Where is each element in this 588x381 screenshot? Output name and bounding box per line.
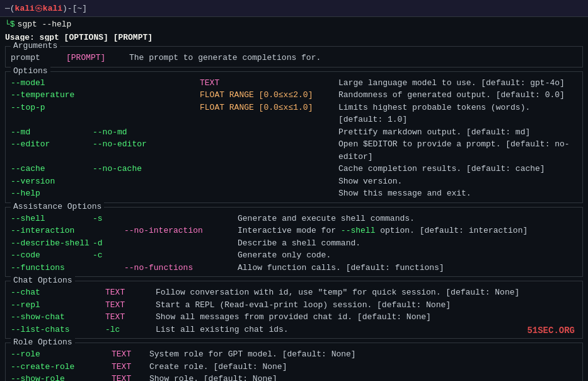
ass-code-short: -c xyxy=(93,249,124,262)
opt-editor-row: --editor --no-editor Open $EDITOR to pro… xyxy=(11,138,577,163)
options-content: --model TEXT Large language model to use… xyxy=(11,77,577,200)
opt-cache-desc: Cache completion results. [default: cach… xyxy=(338,163,577,175)
chat-chat-desc: Follow conversation with id, use "temp" … xyxy=(156,286,577,299)
chat-chat-type: TEXT xyxy=(105,286,156,299)
ass-code-row: --code -c Generate only code. xyxy=(11,249,577,262)
role-createrole-row: --create-role TEXT Create role. [default… xyxy=(11,361,577,373)
ass-code-flag: --code xyxy=(11,249,93,262)
role-role-desc: System role for GPT model. [default: Non… xyxy=(149,348,577,361)
chat-chat-row: --chat TEXT Follow conversation with id,… xyxy=(11,286,577,299)
opt-model-row: --model TEXT Large language model to use… xyxy=(11,77,577,90)
chat-title: Chat Options xyxy=(11,276,75,285)
role-showrole-flag: --show-role xyxy=(11,373,112,381)
arguments-section: Arguments prompt [PROMPT] The prompt to … xyxy=(5,46,583,67)
arg-prompt-row: prompt [PROMPT] The prompt to generate c… xyxy=(11,52,577,64)
ass-shell-row: --shell -s Generate and execute shell co… xyxy=(11,213,577,225)
arguments-content: prompt [PROMPT] The prompt to generate c… xyxy=(11,52,577,64)
ass-describe-row: --describe-shell -d Describe a shell com… xyxy=(11,237,577,250)
role-createrole-type: TEXT xyxy=(112,361,149,373)
role-createrole-flag: --create-role xyxy=(11,361,112,373)
ass-describe-desc: Describe a shell command. xyxy=(238,237,577,250)
ass-code-desc: Generate only code. xyxy=(238,249,577,262)
opt-cache-flag: --cache xyxy=(11,163,93,175)
ass-interaction-row: --interaction --no-interaction Interacti… xyxy=(11,225,577,237)
chat-showchat-row: --show-chat TEXT Show all messages from … xyxy=(11,311,577,324)
chat-listchats-desc: List all existing chat ids. xyxy=(156,324,577,336)
ass-nofunctions-flag: --no-functions xyxy=(124,262,238,274)
opt-help-desc: Show this message and exit. xyxy=(338,187,577,200)
opt-model-desc: Large language model to use. [default: g… xyxy=(338,77,577,90)
opt-cache-row: --cache --no-cache Cache completion resu… xyxy=(11,163,577,175)
content: └$ sgpt --help Usage: sgpt [OPTIONS] [PR… xyxy=(0,17,588,381)
arg-prompt-desc: The prompt to generate completions for. xyxy=(129,52,321,64)
ass-shell-flag: --shell xyxy=(11,213,93,225)
chat-repl-type: TEXT xyxy=(105,299,156,312)
opt-model-type: TEXT xyxy=(200,77,338,90)
opt-topp-flag: --top-p xyxy=(11,102,93,114)
role-section: Role Options --role TEXT System role for… xyxy=(5,343,583,381)
opt-topp-desc: Limits highest probable tokens (words). … xyxy=(338,102,577,126)
role-content: --role TEXT System role for GPT model. [… xyxy=(11,348,577,381)
opt-help-row: --help Show this message and exit. xyxy=(11,187,577,200)
chat-content: --chat TEXT Follow conversation with id,… xyxy=(11,286,577,336)
assistance-section: Assistance Options --shell -s Generate a… xyxy=(5,207,583,278)
ass-describe-short: -d xyxy=(93,237,124,250)
arg-prompt-name: prompt xyxy=(11,52,61,64)
opt-temperature-flag: --temperature xyxy=(11,89,93,102)
role-role-flag: --role xyxy=(11,348,112,361)
title-dash: ─( xyxy=(5,4,15,13)
assistance-content: --shell -s Generate and execute shell co… xyxy=(11,213,577,274)
prompt-line: └$ sgpt --help xyxy=(5,20,583,29)
title-bar: ─(kali㉿kali)-[~] xyxy=(0,0,588,17)
chat-listchats-flag: --list-chats xyxy=(11,324,105,336)
chat-repl-flag: --repl xyxy=(11,299,105,312)
opt-temperature-desc: Randomness of generated output. [default… xyxy=(338,89,577,102)
opt-topp-row: --top-p FLOAT RANGE [0.0≤x≤1.0] Limits h… xyxy=(11,102,577,126)
role-role-row: --role TEXT System role for GPT model. [… xyxy=(11,348,577,361)
title-bracket: )-[~] xyxy=(62,4,87,13)
role-showrole-desc: Show role. [default: None] xyxy=(149,373,577,381)
usage-line: Usage: sgpt [OPTIONS] [PROMPT] xyxy=(5,33,583,42)
opt-version-flag: --version xyxy=(11,175,93,188)
opt-md-desc: Prettify markdown output. [default: md] xyxy=(338,126,577,139)
role-showrole-type: TEXT xyxy=(112,373,149,381)
opt-temperature-type: FLOAT RANGE [0.0≤x≤2.0] xyxy=(200,89,338,102)
role-role-type: TEXT xyxy=(112,348,149,361)
chat-repl-desc: Start a REPL (Read-eval-print loop) sess… xyxy=(156,299,577,312)
chat-listchats-row: --list-chats -lc List all existing chat … xyxy=(11,324,577,336)
arguments-title: Arguments xyxy=(11,41,60,50)
prompt-cmd: sgpt --help xyxy=(18,20,72,29)
chat-showchat-desc: Show all messages from provided chat id.… xyxy=(156,311,577,324)
role-title: Role Options xyxy=(11,337,75,347)
ass-interaction-flag: --interaction xyxy=(11,225,93,237)
ass-nointeraction-flag: --no-interaction xyxy=(124,225,238,237)
opt-temperature-row: --temperature FLOAT RANGE [0.0≤x≤2.0] Ra… xyxy=(11,89,577,102)
opt-editor-desc: Open $EDITOR to provide a prompt. [defau… xyxy=(338,138,577,163)
ass-shell-short: -s xyxy=(93,213,124,225)
ass-shell-desc: Generate and execute shell commands. xyxy=(238,213,577,225)
assistance-title: Assistance Options xyxy=(11,202,104,211)
ass-functions-row: --functions --no-functions Allow functio… xyxy=(11,262,577,274)
prompt-arrow: └$ xyxy=(5,20,15,29)
chat-chat-flag: --chat xyxy=(11,286,105,299)
opt-model-flag: --model xyxy=(11,77,93,90)
ass-functions-desc: Allow function calls. [default: function… xyxy=(238,262,577,274)
chat-showchat-flag: --show-chat xyxy=(11,311,105,324)
chat-showchat-type: TEXT xyxy=(105,311,156,324)
opt-help-flag: --help xyxy=(11,187,93,200)
opt-version-desc: Show version. xyxy=(338,175,577,188)
title-sep: ㉿ xyxy=(35,3,43,14)
role-createrole-desc: Create role. [default: None] xyxy=(149,361,577,373)
options-section: Options --model TEXT Large language mode… xyxy=(5,71,583,203)
opt-nomd-flag: --no-md xyxy=(93,126,200,139)
opt-md-flag: --md xyxy=(11,126,93,139)
ass-interaction-desc: Interactive mode for --shell option. [de… xyxy=(238,225,577,237)
ass-describe-flag: --describe-shell xyxy=(11,237,93,250)
title-user: kali xyxy=(15,4,35,13)
ass-functions-flag: --functions xyxy=(11,262,93,274)
opt-version-row: --version Show version. xyxy=(11,175,577,188)
opt-topp-type: FLOAT RANGE [0.0≤x≤1.0] xyxy=(200,102,338,114)
chat-repl-row: --repl TEXT Start a REPL (Read-eval-prin… xyxy=(11,299,577,312)
opt-noeditor-flag: --no-editor xyxy=(93,138,200,151)
chat-listchats-short: -lc xyxy=(105,324,124,336)
